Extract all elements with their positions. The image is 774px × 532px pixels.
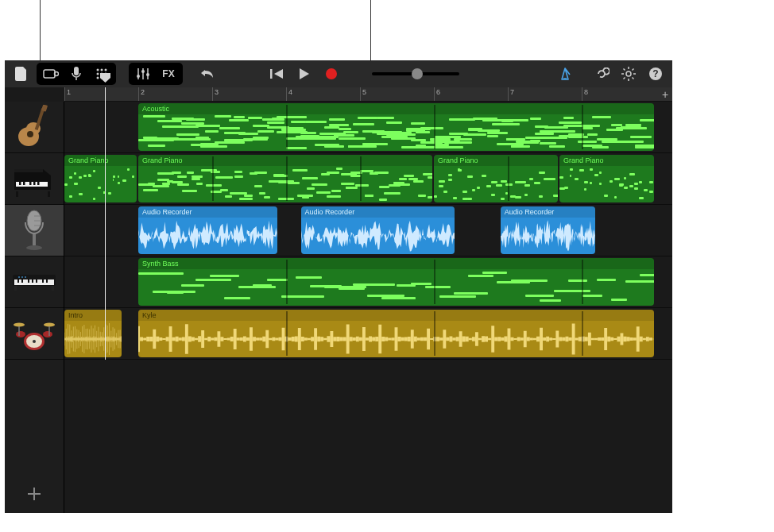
- svg-rect-60: [52, 286, 54, 291]
- svg-line-24: [624, 69, 625, 71]
- svg-rect-0: [44, 70, 55, 78]
- play-button[interactable]: [292, 64, 316, 84]
- svg-rect-53: [36, 279, 37, 283]
- region[interactable]: Synth Bass: [138, 258, 654, 306]
- region-label: Grand Piano: [559, 155, 654, 166]
- svg-rect-37: [23, 182, 25, 185]
- my-songs-button[interactable]: [10, 64, 33, 84]
- record-button[interactable]: [319, 64, 343, 84]
- region[interactable]: Kyle: [138, 310, 654, 357]
- region-label: Audio Recorder: [501, 206, 595, 218]
- mic-track-header[interactable]: [5, 205, 64, 256]
- drums-track-header[interactable]: [5, 308, 64, 360]
- svg-rect-45: [33, 234, 36, 245]
- svg-rect-49: [17, 279, 19, 283]
- region[interactable]: Intro: [64, 310, 122, 357]
- region[interactable]: Audio Recorder: [138, 206, 277, 254]
- region[interactable]: Grand Piano: [559, 155, 654, 202]
- svg-line-26: [624, 78, 625, 79]
- svg-point-66: [14, 323, 25, 327]
- controls-group: FX: [129, 63, 183, 85]
- svg-point-16: [141, 70, 145, 73]
- add-track-button[interactable]: [5, 475, 64, 513]
- svg-line-27: [633, 69, 634, 71]
- region[interactable]: Audio Recorder: [501, 206, 595, 254]
- track-row: Acoustic: [64, 102, 672, 153]
- svg-rect-50: [21, 279, 23, 283]
- piano-icon: [11, 160, 57, 198]
- drums-icon: [11, 315, 57, 352]
- ruler-bar-number: 3: [215, 88, 219, 96]
- metronome-button[interactable]: [553, 64, 577, 84]
- svg-point-7: [101, 73, 103, 75]
- keyboard-icon: [11, 270, 57, 294]
- svg-point-11: [105, 77, 107, 79]
- help-button[interactable]: ?: [644, 64, 668, 84]
- svg-point-17: [146, 73, 149, 76]
- svg-line-25: [633, 78, 634, 79]
- live-loops-button[interactable]: [89, 64, 114, 83]
- region[interactable]: Grand Piano: [434, 155, 558, 202]
- settings-button[interactable]: [617, 64, 640, 84]
- svg-rect-55: [46, 279, 48, 283]
- region[interactable]: Grand Piano: [64, 155, 137, 202]
- region-label: Audio Recorder: [138, 206, 277, 218]
- fx-button[interactable]: FX: [156, 64, 181, 83]
- svg-rect-42: [48, 191, 50, 197]
- synth-track-header[interactable]: [5, 256, 64, 308]
- tracks-area[interactable]: AcousticGrand PianoGrand PianoGrand Pian…: [64, 102, 672, 513]
- svg-rect-40: [37, 182, 40, 185]
- region-label: Acoustic: [138, 103, 654, 114]
- region-label: Intro: [64, 310, 122, 321]
- svg-rect-48: [14, 279, 54, 285]
- region[interactable]: Audio Recorder: [301, 206, 455, 254]
- svg-rect-36: [19, 182, 21, 185]
- add-section-button[interactable]: +: [660, 88, 671, 101]
- undo-button[interactable]: [195, 64, 219, 84]
- svg-point-67: [44, 323, 55, 327]
- guitar-icon: [14, 105, 54, 149]
- svg-rect-38: [29, 182, 32, 185]
- svg-rect-59: [14, 286, 17, 291]
- ruler-bar-number: 1: [67, 88, 71, 96]
- ruler-bar-number: 5: [362, 88, 366, 96]
- svg-point-1: [55, 72, 59, 76]
- svg-point-8: [105, 73, 107, 75]
- svg-rect-54: [42, 279, 44, 283]
- svg-rect-18: [270, 69, 273, 79]
- svg-point-46: [26, 245, 42, 250]
- region-label: Audio Recorder: [301, 206, 455, 218]
- svg-point-63: [33, 340, 36, 343]
- time-ruler[interactable]: + 12345678: [64, 87, 672, 102]
- guitar-track-header[interactable]: [5, 102, 64, 153]
- svg-point-56: [18, 276, 20, 278]
- track-row: Grand PianoGrand PianoGrand PianoGrand P…: [64, 153, 672, 205]
- svg-point-58: [25, 276, 26, 278]
- track-controls-button[interactable]: [130, 64, 156, 83]
- svg-point-32: [27, 131, 33, 137]
- region-label: Grand Piano: [434, 155, 558, 166]
- svg-point-9: [97, 77, 99, 79]
- volume-thumb[interactable]: [412, 68, 423, 79]
- region-label: Grand Piano: [138, 155, 432, 166]
- ruler-bar-number: 4: [288, 88, 292, 96]
- track-row: Audio RecorderAudio RecorderAudio Record…: [64, 205, 672, 256]
- svg-rect-2: [74, 67, 79, 75]
- rewind-button[interactable]: [265, 64, 289, 84]
- svg-rect-41: [16, 191, 18, 197]
- ruler-bar-number: 8: [584, 88, 588, 96]
- piano-track-header[interactable]: [5, 153, 64, 205]
- svg-point-10: [101, 77, 103, 79]
- ruler-bar-number: 6: [436, 88, 440, 96]
- svg-point-64: [16, 331, 25, 337]
- svg-rect-51: [28, 279, 29, 283]
- region[interactable]: Grand Piano: [138, 155, 432, 202]
- loop-button[interactable]: [590, 64, 613, 84]
- master-volume-slider[interactable]: [372, 72, 459, 75]
- region[interactable]: Acoustic: [138, 103, 654, 151]
- tracks-view-button[interactable]: [38, 64, 64, 83]
- track-row: Synth Bass: [64, 256, 672, 308]
- audio-recorder-button[interactable]: [64, 64, 89, 83]
- svg-point-15: [137, 75, 140, 78]
- track-header-sidebar: [5, 102, 64, 513]
